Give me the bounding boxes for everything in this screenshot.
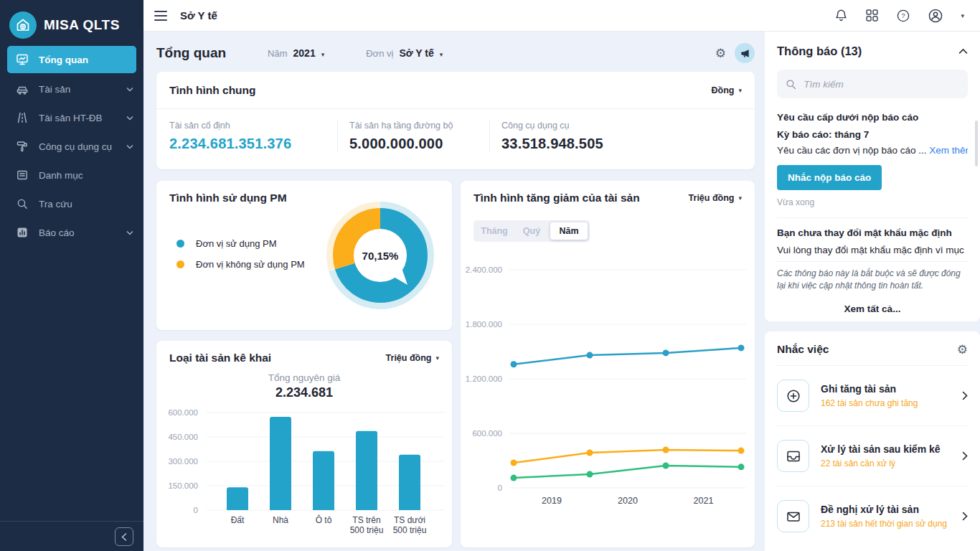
help-icon[interactable]: ? <box>896 9 910 23</box>
hamburger-menu-icon[interactable] <box>154 11 167 21</box>
brand-logo-icon <box>9 11 37 39</box>
app-logo: MISA QLTS <box>0 0 143 42</box>
sidebar-item-tai-san[interactable]: Tài sản <box>0 75 143 103</box>
page-title: Tổng quan <box>156 45 226 61</box>
sidebar-item-tai-san-ht-db[interactable]: Tài sản HT-ĐB <box>0 103 143 132</box>
view-all-link[interactable]: Xem tất cả... <box>777 303 968 314</box>
tab-thang[interactable]: Tháng <box>476 222 513 240</box>
current-unit-title: Sở Y tế <box>180 9 217 22</box>
reminder-item-kiem-ke[interactable]: Xử lý tài sản sau kiểm kê 22 tài sản cần… <box>777 426 968 486</box>
svg-text:1.200.000: 1.200.000 <box>466 375 502 383</box>
chevron-up-icon <box>958 48 968 55</box>
svg-text:2019: 2019 <box>542 496 562 506</box>
unit-filter[interactable]: Đơn vị Sở Y tế ▾ <box>366 47 443 59</box>
summary-card-title: Tình hình chung <box>169 84 256 97</box>
sidebar-item-bao-cao[interactable]: Báo cáo <box>0 218 143 247</box>
svg-text:TS dưới: TS dưới <box>394 515 425 525</box>
sidebar-item-tong-quan[interactable]: Tổng quan <box>7 46 136 73</box>
svg-text:500 triệu: 500 triệu <box>350 525 384 535</box>
stat-tools: Công cụ dụng cụ 33.518.948.505 <box>489 119 603 152</box>
legend-item-using: Đơn vị sử dụng PM <box>176 238 305 249</box>
megaphone-icon <box>740 48 750 59</box>
declared-assets-card: Loại tài sản kê khai Triệu đồng ▾ Tổng n… <box>156 341 452 547</box>
catalog-icon <box>16 169 29 182</box>
notification-bell-icon[interactable] <box>834 9 848 23</box>
legend-dot-orange <box>176 260 184 268</box>
stat-fixed-assets: Tài sản cố định 2.234.681.351.376 <box>156 119 337 152</box>
chevron-down-icon <box>126 144 133 149</box>
donut-legend: Đơn vị sử dụng PM Đơn vị không sử dụng P… <box>176 238 305 280</box>
report-icon <box>16 226 29 239</box>
declared-assets-title: Loại tài sản kê khai <box>169 352 271 364</box>
user-menu-caret-icon[interactable]: ▾ <box>961 12 964 19</box>
road-icon <box>16 111 29 124</box>
svg-text:500 triệu: 500 triệu <box>393 525 427 535</box>
svg-text:Ô tô: Ô tô <box>316 514 332 525</box>
svg-text:2020: 2020 <box>618 496 638 506</box>
pm-usage-title: Tình hình sử dụng PM <box>169 192 287 204</box>
reminder-item-ghi-tang[interactable]: Ghi tăng tài sản 162 tài sản chưa ghi tă… <box>777 366 968 426</box>
svg-text:TS trên: TS trên <box>352 515 380 525</box>
right-panel: Thông báo (13) Yêu cầu cấp dưới nộp báo … <box>765 32 980 551</box>
tab-quy[interactable]: Quý <box>513 222 550 240</box>
line-unit-dropdown[interactable]: Triệu đồng ▾ <box>689 193 742 203</box>
reminder-item-de-nghi[interactable]: Đề nghị xử lý tài sản 213 tài sản hết th… <box>777 486 968 546</box>
chevron-down-icon <box>126 87 133 92</box>
svg-text:0: 0 <box>194 506 198 514</box>
notification-item-1[interactable]: Yêu cầu cấp dưới nộp báo cáo Kỳ báo cáo:… <box>777 112 968 218</box>
summary-currency-dropdown[interactable]: Đồng ▾ <box>712 85 742 95</box>
lookup-icon <box>16 197 29 210</box>
asset-trend-title: Tình hình tăng giảm của tài sản <box>473 192 640 204</box>
see-more-link[interactable]: Xem thêm <box>929 145 968 156</box>
main-content: Tổng quan Năm 2021 ▾ Đơn vị Sở Y tế ▾ ⚙ … <box>143 32 765 551</box>
year-filter[interactable]: Năm 2021 ▾ <box>268 47 324 59</box>
svg-text:1.800.000: 1.800.000 <box>466 320 502 329</box>
chevron-down-icon <box>126 230 133 235</box>
trend-period-tabs: Tháng Quý Năm <box>473 220 590 242</box>
assets-icon <box>16 83 29 95</box>
notification-item-2[interactable]: Bạn chưa thay đổi mật khẩu mặc định Vui … <box>777 227 968 293</box>
notifications-panel: Thông báo (13) Yêu cầu cấp dưới nộp báo … <box>765 32 980 321</box>
topbar: Sở Y tế ? ▾ <box>143 0 980 32</box>
inbox-icon <box>777 440 809 472</box>
svg-text:Nhà: Nhà <box>273 515 288 525</box>
search-input[interactable] <box>804 79 959 90</box>
reminders-title: Nhắc việc <box>777 343 829 356</box>
notification-timestamp: Vừa xong <box>777 197 968 218</box>
chevron-right-icon <box>962 451 968 461</box>
sidebar-item-danh-muc[interactable]: Danh mục <box>0 161 143 189</box>
sidebar-item-tra-cuu[interactable]: Tra cứu <box>0 189 143 218</box>
dashboard-settings-gear-icon[interactable]: ⚙ <box>715 47 726 60</box>
svg-text:300.000: 300.000 <box>168 457 198 466</box>
asset-trend-line-chart: 0600.0001.200.0001.800.0002.400.00020192… <box>461 253 755 517</box>
sidebar-item-cong-cu-dung-cu[interactable]: Công cụ dụng cụ <box>0 132 143 161</box>
caret-down-icon: ▾ <box>738 87 742 94</box>
collapse-panel-button[interactable] <box>958 48 968 55</box>
stat-value: 5.000.000.000 <box>349 136 489 152</box>
bar-chart-total: 2.234.681 <box>156 385 452 400</box>
chevron-down-icon <box>126 116 133 121</box>
svg-text:150.000: 150.000 <box>168 481 198 490</box>
notification-search <box>777 70 968 98</box>
svg-text:600.000: 600.000 <box>168 410 198 417</box>
page-header: Tổng quan Năm 2021 ▾ Đơn vị Sở Y tế ▾ ⚙ <box>156 42 755 65</box>
sidebar-collapse-button[interactable] <box>115 527 133 546</box>
user-avatar[interactable] <box>928 8 943 24</box>
svg-text:2021: 2021 <box>694 496 714 506</box>
scrollbar-thumb[interactable] <box>975 121 978 166</box>
svg-text:600.000: 600.000 <box>472 429 502 438</box>
apps-grid-icon[interactable] <box>865 9 879 22</box>
svg-text:2.400.000: 2.400.000 <box>466 265 502 274</box>
donut-center-label: 70,15% <box>323 250 438 262</box>
envelope-icon <box>777 500 809 532</box>
declared-assets-bar-chart: 0150.000300.000450.000600.000ĐấtNhàÔ tôT… <box>156 410 452 547</box>
svg-text:Đất: Đất <box>231 515 245 525</box>
feedback-megaphone-button[interactable] <box>735 43 755 63</box>
reminders-settings-gear-icon[interactable]: ⚙ <box>957 344 968 356</box>
remind-submit-report-button[interactable]: Nhắc nộp báo cáo <box>777 165 882 190</box>
tab-nam[interactable]: Năm <box>550 222 588 240</box>
legend-dot-blue <box>176 240 184 248</box>
bar-unit-dropdown[interactable]: Triệu đồng ▾ <box>386 353 439 363</box>
tools-icon <box>16 140 29 153</box>
chevron-left-icon <box>121 533 127 541</box>
